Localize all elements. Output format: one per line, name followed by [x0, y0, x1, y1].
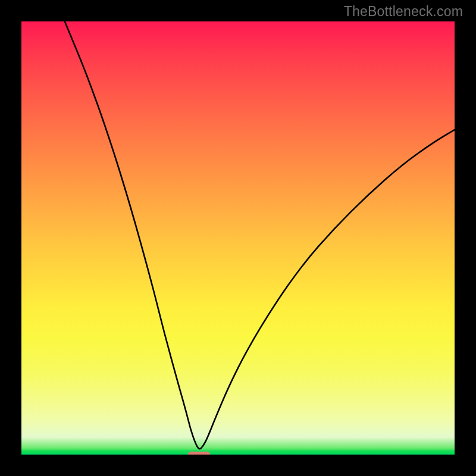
chart-frame: TheBottleneck.com: [0, 0, 476, 476]
bottleneck-curve-path: [65, 21, 455, 449]
watermark-text: TheBottleneck.com: [344, 4, 463, 20]
plot-area: [21, 21, 455, 455]
bottleneck-curve: [21, 21, 455, 455]
optimal-point-marker: [188, 452, 209, 455]
